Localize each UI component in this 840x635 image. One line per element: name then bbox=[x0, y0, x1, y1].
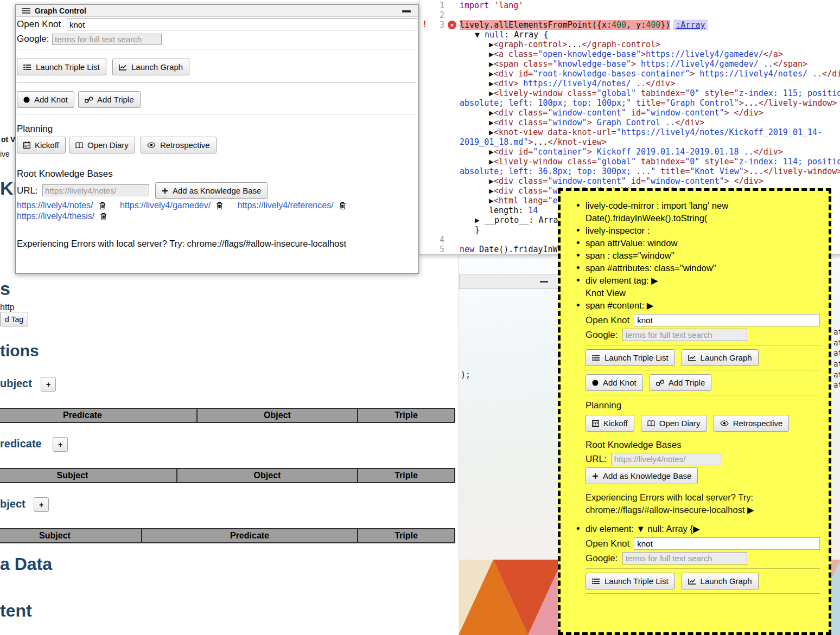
trash-icon[interactable] bbox=[99, 202, 106, 210]
inspector-line[interactable]: absolute; left: 36.8px; top: 300px; ..."… bbox=[460, 166, 840, 176]
url-label: URL: bbox=[586, 454, 607, 465]
inspector-line[interactable]: ▶<div id="root-knowledge-bases-container… bbox=[460, 69, 840, 79]
inspector-line[interactable]: ▼ null: Array { bbox=[460, 30, 840, 40]
knowledge-base-link[interactable]: https://lively4/notes/ bbox=[17, 201, 93, 210]
tag-text: <div id= bbox=[494, 69, 533, 79]
tag-text: tabindex= bbox=[636, 88, 685, 98]
launch-graph-button[interactable]: Launch Graph bbox=[682, 349, 759, 366]
chart-line-icon bbox=[688, 355, 696, 361]
result-annotation[interactable]: :Array bbox=[673, 20, 707, 30]
add-knowledge-base-button[interactable]: Add as Knowledge Base bbox=[155, 182, 268, 199]
trash-icon[interactable] bbox=[100, 213, 107, 221]
circle-icon bbox=[592, 380, 599, 386]
open-knot-label: Open Knot bbox=[586, 315, 629, 326]
knowledge-base-entry: https://lively4/gamedev/ bbox=[120, 201, 223, 210]
background-code-fragment: ); bbox=[461, 370, 470, 380]
expand-triangle[interactable]: ▶ bbox=[747, 505, 754, 515]
overlay-item-div-element-tag[interactable]: div element tag: ▶ Knot View bbox=[575, 274, 820, 299]
kickoff-button[interactable]: Kickoff bbox=[17, 137, 66, 153]
kickoff-button[interactable]: Kickoff bbox=[586, 415, 634, 432]
trash-icon[interactable] bbox=[216, 202, 223, 210]
inspector-line[interactable]: ▶<div> https://lively4/notes/ ..</div> bbox=[460, 79, 840, 88]
knowledge-base-link[interactable]: https://lively4/references/ bbox=[238, 201, 334, 210]
background-window-titlebar[interactable] bbox=[459, 274, 558, 289]
inspector-line[interactable]: ▶<div class="window-content" id="window-… bbox=[460, 108, 840, 118]
minimize-button[interactable] bbox=[402, 10, 411, 12]
open-knot-input[interactable] bbox=[634, 537, 820, 550]
add-tag-button[interactable]: d Tag bbox=[0, 312, 28, 326]
table-header-object: Object bbox=[177, 469, 358, 483]
add-knot-button[interactable]: Add Knot bbox=[586, 374, 643, 391]
value-text: "0" bbox=[685, 88, 699, 98]
open-knot-input[interactable] bbox=[634, 314, 820, 326]
clipped-stack-line: at bbox=[833, 381, 840, 389]
planning-label: Planning bbox=[586, 400, 820, 411]
inspector-line[interactable]: ▶<a class="open-knowledge-base">https://… bbox=[460, 49, 840, 59]
retrospective-button[interactable]: Retrospective bbox=[141, 137, 217, 153]
button-label: Kickoff bbox=[603, 419, 628, 428]
overlay-item-span-content[interactable]: span #content: ▶ bbox=[575, 299, 820, 312]
code-line-3[interactable]: lively.allElementsFromPoint({x:400, y:40… bbox=[460, 20, 708, 30]
tag-text: </div> bbox=[646, 79, 675, 88]
open-diary-button[interactable]: Open Diary bbox=[69, 137, 135, 153]
add-predicate-button[interactable]: + bbox=[53, 437, 68, 452]
tag-text: </div> bbox=[675, 118, 704, 127]
add-triple-button[interactable]: Add Triple bbox=[650, 374, 712, 391]
table-header-predicate: Predicate bbox=[0, 408, 197, 422]
inspector-line[interactable]: ▶<graph-control>...</graph-control> bbox=[460, 40, 840, 49]
tag-text: <div id= bbox=[494, 147, 533, 157]
inspector-line[interactable]: ▶<div class="window"> Graph Control ..</… bbox=[460, 118, 840, 127]
trash-icon[interactable] bbox=[339, 202, 346, 210]
line-number: 3 bbox=[430, 20, 444, 30]
open-knot-input[interactable] bbox=[67, 18, 417, 30]
keyword: new bbox=[460, 245, 474, 254]
knowledge-base-url-input[interactable] bbox=[611, 453, 722, 465]
knowledge-base-url-input[interactable] bbox=[42, 184, 149, 196]
subject-predicate-table: Subject Predicate Triple bbox=[0, 528, 455, 543]
tag-text: > bbox=[724, 176, 729, 186]
inspector-line[interactable]: 2019_01_18.md">...</knot-view> bbox=[460, 137, 840, 147]
knowledge-base-link[interactable]: https://lively4/gamedev/ bbox=[120, 201, 211, 210]
google-search-input[interactable] bbox=[52, 34, 162, 45]
value-text: "window-content" bbox=[548, 108, 626, 118]
overlay-item-div-element-array[interactable]: div element: ▼ null: Array {▶ bbox=[575, 523, 820, 535]
open-diary-button[interactable]: Open Diary bbox=[641, 415, 707, 432]
button-label: Add Knot bbox=[603, 378, 637, 387]
plain-text: ... bbox=[533, 137, 548, 147]
menu-icon[interactable] bbox=[22, 8, 30, 14]
code-line-1[interactable]: import 'lang' bbox=[460, 1, 523, 10]
inspector-line[interactable]: absolute; left: 100px; top: 100px;" titl… bbox=[460, 98, 840, 108]
retrospective-button[interactable]: Retrospective bbox=[714, 415, 790, 432]
add-object-button[interactable]: + bbox=[34, 497, 49, 512]
minimize-icon[interactable] bbox=[540, 281, 548, 283]
inspector-line[interactable]: ▶<lively-window class="global" tabindex=… bbox=[460, 88, 840, 98]
inspector-line[interactable]: ▶<div id="container"> Kickoff 2019.01.14… bbox=[460, 147, 840, 157]
launch-graph-button[interactable]: Launch Graph bbox=[682, 573, 759, 589]
plain-text bbox=[729, 108, 734, 118]
add-knowledge-base-button[interactable]: Add as Knowledge Base bbox=[586, 467, 698, 484]
tag-text: </lively-window> bbox=[759, 98, 837, 108]
code-line-5[interactable]: new Date().fridayInW bbox=[460, 245, 558, 254]
launch-graph-button[interactable]: Launch Graph bbox=[112, 59, 189, 75]
launch-triple-list-button[interactable]: Launch Triple List bbox=[17, 59, 106, 75]
code-text: lively.allElementsFromPoint({x: bbox=[460, 20, 612, 30]
launch-triple-list-button[interactable]: Launch Triple List bbox=[586, 349, 675, 366]
table-header-triple: Triple bbox=[358, 408, 455, 422]
add-knot-button[interactable]: Add Knot bbox=[17, 91, 74, 108]
tag-text: </div> bbox=[734, 108, 763, 118]
inspector-line[interactable]: ▶<knot-view data-knot-url="https://livel… bbox=[460, 127, 840, 137]
inspector-line[interactable]: ▶<lively-window class="global" tabindex=… bbox=[460, 157, 840, 166]
expand-row[interactable]: div element tag: ▶ bbox=[586, 275, 658, 285]
google-search-input[interactable] bbox=[622, 552, 747, 565]
add-triple-button[interactable]: Add Triple bbox=[78, 91, 141, 108]
inspector-line[interactable]: ▶<div class="window-content" id="window-… bbox=[460, 176, 840, 186]
add-subject-button[interactable]: + bbox=[41, 377, 56, 392]
launch-triple-list-button[interactable]: Launch Triple List bbox=[586, 573, 675, 589]
tag-text: <div class= bbox=[494, 176, 548, 186]
tag-text: > bbox=[641, 49, 646, 59]
inspector-line[interactable]: ▶<span class="knowledge-base"> https://l… bbox=[460, 59, 840, 69]
graph-control-titlebar[interactable]: Graph Control bbox=[16, 5, 418, 17]
google-search-input[interactable] bbox=[622, 329, 747, 341]
button-label: Add Knot bbox=[34, 95, 68, 104]
knowledge-base-link[interactable]: https://lively4/thesis/ bbox=[17, 211, 94, 221]
